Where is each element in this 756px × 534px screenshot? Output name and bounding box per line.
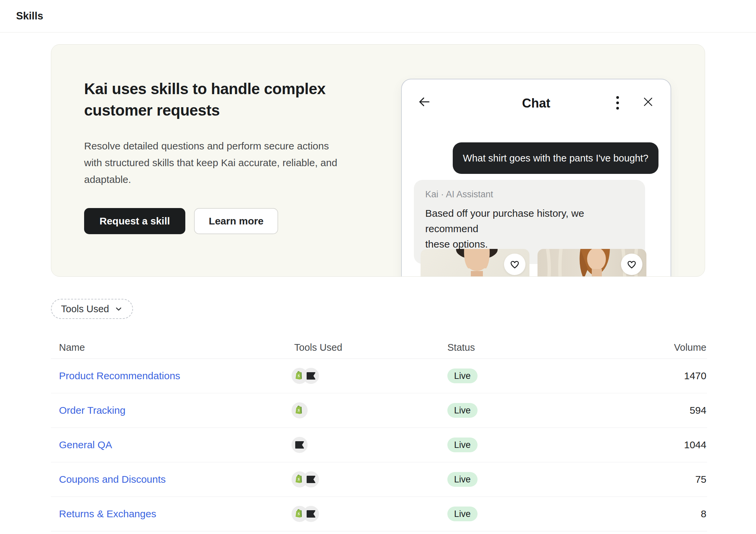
chevron-down-icon [114, 305, 123, 313]
tools-used-filter[interactable]: Tools Used [51, 299, 133, 319]
hero-description: Resolve detailed questions and perform s… [84, 138, 386, 188]
favorite-button[interactable] [504, 254, 525, 275]
svg-text:S: S [298, 374, 300, 378]
name-cell: Product Recommendations [51, 370, 292, 382]
tools-cell: S [292, 471, 447, 487]
tools-cell: S [292, 402, 447, 418]
flag-icon [303, 506, 319, 522]
product-recommendations-row [421, 249, 646, 277]
skill-link[interactable]: Coupons and Discounts [59, 474, 166, 485]
name-cell: Coupons and Discounts [51, 474, 292, 485]
name-cell: General QA [51, 439, 292, 451]
status-cell: Live [447, 472, 621, 487]
request-skill-button[interactable]: Request a skill [84, 208, 185, 234]
skills-table: Name Tools Used Status Volume Product Re… [51, 336, 707, 531]
column-header-volume: Volume [621, 342, 707, 353]
volume-value: 1044 [621, 439, 707, 451]
column-header-tools: Tools Used [292, 342, 447, 353]
volume-value: 1470 [621, 370, 707, 382]
product-card-2[interactable] [538, 249, 646, 277]
skill-link[interactable]: Order Tracking [59, 405, 125, 416]
name-cell: Order Tracking [51, 405, 292, 416]
volume-value: 594 [621, 405, 707, 416]
flag-icon [292, 437, 308, 453]
skills-page: Skills Kai uses skills to handle complex… [0, 0, 756, 534]
chat-preview-panel: Chat What shirt goes with the pants I've… [401, 79, 671, 277]
status-cell: Live [447, 369, 621, 383]
flag-icon [303, 368, 319, 384]
table-row: Order Tracking S Live 594 [51, 393, 707, 428]
hero-copy: Kai uses skills to handle complex custom… [84, 78, 386, 234]
status-badge: Live [447, 403, 478, 418]
svg-text:S: S [298, 408, 300, 413]
status-badge: Live [447, 369, 478, 383]
favorite-button[interactable] [621, 254, 642, 275]
skill-link[interactable]: Product Recommendations [59, 370, 180, 381]
assistant-label: Kai · AI Assistant [425, 189, 634, 200]
status-cell: Live [447, 438, 621, 452]
volume-value: 75 [621, 474, 707, 485]
tools-used-filter-label: Tools Used [61, 304, 109, 315]
table-row: Product Recommendations S Live 1470 [51, 359, 707, 393]
svg-text:S: S [298, 477, 300, 482]
tools-cell: S [292, 506, 447, 522]
kebab-menu-icon[interactable] [616, 96, 620, 110]
user-message-bubble: What shirt goes with the pants I've boug… [453, 142, 658, 174]
top-bar: Skills [0, 0, 756, 32]
status-badge: Live [447, 507, 478, 521]
skill-link[interactable]: General QA [59, 439, 112, 450]
tools-cell [292, 437, 447, 453]
table-row: Returns & Exchanges S Live 8 [51, 497, 707, 531]
table-row: General QA Live 1044 [51, 428, 707, 462]
chat-title: Chat [402, 96, 671, 111]
table-body: Product Recommendations S Live 1470 [51, 359, 707, 531]
heart-icon [509, 259, 520, 270]
tools-cell: S [292, 368, 447, 384]
status-badge: Live [447, 438, 478, 452]
name-cell: Returns & Exchanges [51, 508, 292, 520]
hero-heading: Kai uses skills to handle complex custom… [84, 78, 386, 121]
column-header-status: Status [447, 342, 621, 353]
learn-more-button[interactable]: Learn more [194, 208, 278, 234]
hero-cta-row: Request a skill Learn more [84, 208, 386, 234]
shopify-icon: S [292, 402, 308, 418]
table-header: Name Tools Used Status Volume [51, 336, 707, 359]
column-header-name: Name [51, 342, 292, 353]
volume-value: 8 [621, 508, 707, 520]
heart-icon [626, 259, 637, 270]
table-row: Coupons and Discounts S Live 75 [51, 462, 707, 497]
assistant-message: Based off your purchase history, we reco… [425, 206, 634, 252]
flag-icon [303, 471, 319, 487]
skill-link[interactable]: Returns & Exchanges [59, 508, 156, 519]
close-icon[interactable] [642, 95, 654, 108]
page-title: Skills [16, 0, 43, 32]
status-cell: Live [447, 507, 621, 521]
product-card-1[interactable] [421, 249, 529, 277]
hero-card: Kai uses skills to handle complex custom… [51, 44, 705, 277]
status-cell: Live [447, 403, 621, 418]
status-badge: Live [447, 472, 478, 487]
svg-text:S: S [298, 512, 300, 516]
